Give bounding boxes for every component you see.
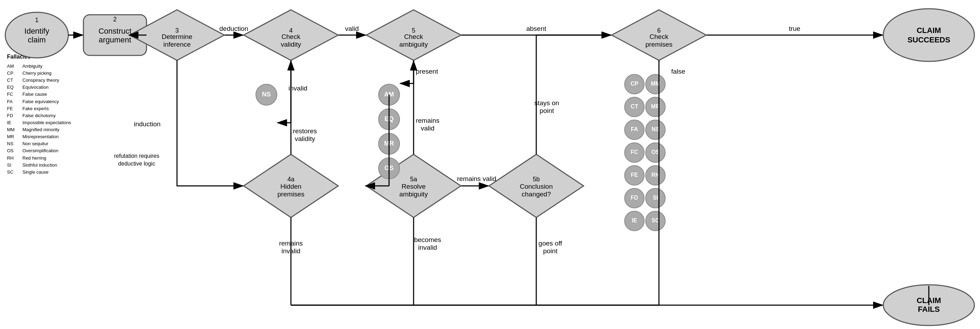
label-valid: valid xyxy=(345,25,359,32)
node-claim-succeeds-text2: SUCCEEDS xyxy=(907,35,950,44)
label-deduction: deduction xyxy=(220,25,248,32)
node-conclusion-changed-text1: Conclusion xyxy=(520,183,553,190)
label-becomes-invalid: becomes xyxy=(414,236,441,243)
label-remains-invalid: remains xyxy=(279,240,303,247)
label-remains-valid2: valid xyxy=(421,125,434,132)
node-identify-claim-text1: Identify xyxy=(24,27,49,35)
node-conclusion-changed-num: 5b xyxy=(533,176,540,183)
label-5a-5b: remains valid xyxy=(457,175,496,182)
label-refutation1: refutation requires xyxy=(114,153,159,159)
node-identify-claim-num: 1 xyxy=(35,16,38,24)
node-check-premises-text2: premises xyxy=(645,41,672,48)
circle-CT-text: CT xyxy=(630,104,638,109)
circle-CP-text: CP xyxy=(630,81,639,87)
label-stays-on-point: stays on xyxy=(535,99,559,107)
circle-FE-text: FE xyxy=(631,172,638,178)
node-check-validity-text2: validity xyxy=(281,41,301,48)
node-conclusion-changed-text2: changed? xyxy=(522,190,550,198)
label-becomes-invalid2: invalid xyxy=(418,244,437,251)
circle-RH-text: RH xyxy=(651,172,659,178)
node-determine-text1: Determine xyxy=(162,33,192,40)
label-restores-validity: restores xyxy=(293,127,317,135)
node-hidden-premises-num: 4a xyxy=(287,176,295,183)
node-check-premises-text1: Check xyxy=(649,33,668,40)
circle-FD-text: FD xyxy=(630,195,638,201)
label-goes-off-point2: point xyxy=(543,247,558,255)
node-hidden-premises-text2: premises xyxy=(277,190,304,198)
label-refutation2: deductive logic xyxy=(118,161,155,167)
node-resolve-ambiguity-text1: Resolve xyxy=(402,183,426,190)
circle-SC-text: SC xyxy=(652,217,660,224)
circle-NS-invalid-text: NS xyxy=(262,91,270,98)
label-true: true xyxy=(789,25,800,32)
circle-NS-p-text: NS xyxy=(652,126,660,132)
circle-IE-text: IE xyxy=(632,217,637,224)
node-construct-text2: argument xyxy=(99,35,131,44)
node-claim-fails-text2: FAILS xyxy=(918,305,940,313)
label-absent: absent xyxy=(526,25,546,32)
label-induction: induction xyxy=(134,120,161,128)
node-resolve-ambiguity-num: 5a xyxy=(410,176,417,183)
label-remains-invalid2: invalid xyxy=(282,247,301,255)
label-present: present xyxy=(416,68,438,75)
label-restores-validity2: validity xyxy=(295,135,315,142)
node-resolve-ambiguity-text2: ambiguity xyxy=(399,190,428,198)
node-check-validity-text1: Check xyxy=(282,33,301,40)
node-construct-num: 2 xyxy=(113,16,117,23)
circle-SI-text: SI xyxy=(652,195,658,201)
label-goes-off-point: goes off xyxy=(538,240,562,247)
circle-OS-p-text: OS xyxy=(651,149,659,155)
node-identify-claim-text2: claim xyxy=(28,35,46,44)
diagram-svg: Identify claim 1 Construct argument 2 3 … xyxy=(0,0,980,329)
label-false: false xyxy=(671,68,685,75)
label-remains-valid: remains xyxy=(416,117,439,124)
node-hidden-premises-text1: Hidden xyxy=(280,183,301,190)
circle-FA-text: FA xyxy=(631,126,638,132)
diagram-container: Fallacies AM Ambiguity CP Cherry picking… xyxy=(0,0,980,329)
node-check-ambiguity-text2: ambiguity xyxy=(399,41,428,48)
arrow-3-4a-induction xyxy=(177,60,243,186)
node-claim-succeeds-text1: CLAIM xyxy=(916,26,941,35)
label-stays-on-point2: point xyxy=(539,107,554,114)
node-determine-text2: inference xyxy=(163,41,191,48)
node-check-ambiguity-text1: Check xyxy=(404,33,423,40)
node-construct-text1: Construct xyxy=(99,27,131,35)
circle-FC-text: FC xyxy=(630,149,638,155)
